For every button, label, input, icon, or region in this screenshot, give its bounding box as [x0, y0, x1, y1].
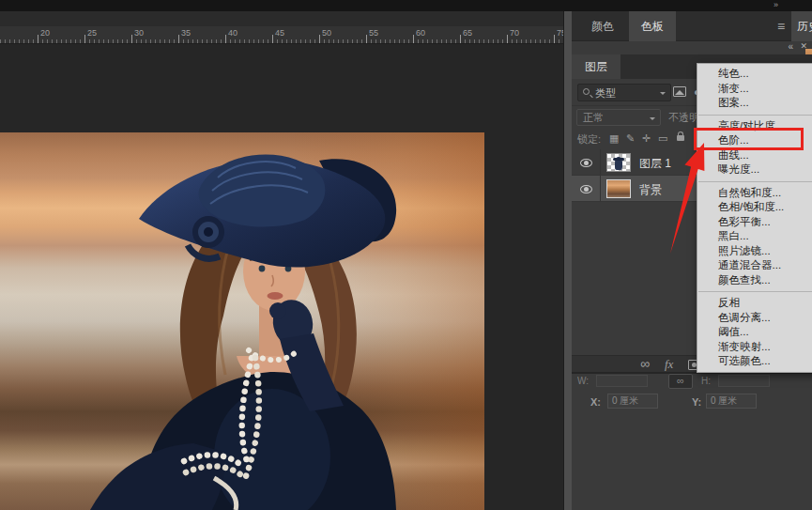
layer-style-fx-icon[interactable]: fx — [665, 357, 673, 372]
blend-mode-select[interactable]: 正常 — [576, 109, 661, 126]
options-bar — [0, 11, 563, 26]
panel-group-header: « ✕ — [572, 41, 812, 54]
properties-xy-row: X: 0 厘米 Y: 0 厘米 — [572, 390, 812, 415]
menu-item-threshold[interactable]: 阈值... — [697, 325, 812, 340]
width-label: W: — [577, 376, 589, 386]
tab-swatches[interactable]: 色板 — [629, 11, 676, 41]
collapse-panel-icon[interactable]: « — [788, 41, 791, 52]
menu-item-gradient[interactable]: 渐变... — [697, 82, 812, 97]
horizontal-ruler: 20 25 30 35 40 45 50 55 60 65 70 75 — [0, 26, 563, 44]
menu-item-selective-color[interactable]: 可选颜色... — [697, 354, 812, 369]
menu-item-invert[interactable]: 反相 — [697, 296, 812, 311]
document-area: 20 25 30 35 40 45 50 55 60 65 70 75 — [0, 11, 563, 510]
layer-figure — [615, 157, 622, 170]
filter-pixel-layers-icon[interactable] — [673, 86, 686, 97]
visibility-eye-icon[interactable] — [580, 185, 592, 193]
divider — [600, 176, 601, 201]
link-wh-icon[interactable]: ∞ — [668, 374, 693, 389]
color-panel-tabbar: 颜色 色板 ≡ 历史 — [572, 11, 812, 41]
menu-item-pattern[interactable]: 图案... — [697, 96, 812, 111]
panel-divider[interactable] — [563, 11, 572, 510]
link-layers-icon[interactable]: ∞ — [640, 356, 650, 371]
ruler-number: 60 — [416, 28, 425, 38]
ruler-number: 40 — [228, 28, 237, 38]
y-label: Y: — [692, 396, 701, 408]
height-field[interactable] — [718, 375, 770, 387]
divider — [600, 149, 601, 175]
title-strip: » — [0, 0, 812, 11]
ruler-number: 65 — [463, 28, 472, 38]
tab-color[interactable]: 颜色 — [579, 11, 626, 41]
ruler-number: 55 — [369, 28, 378, 38]
menu-separator — [698, 115, 812, 116]
filter-kind-label: 类型 — [595, 85, 616, 101]
tab-layers[interactable]: 图层 — [572, 54, 620, 79]
layer-filter-select[interactable]: 类型 — [577, 84, 671, 101]
photoshop-window: { "window": { "top_chevrons": "»" }, "ru… — [0, 0, 812, 510]
properties-wh-row: W: ∞ H: — [572, 374, 812, 390]
height-label: H: — [701, 376, 711, 386]
canvas-photo[interactable] — [0, 132, 484, 510]
tab-history[interactable]: 历史 — [791, 11, 812, 41]
ruler-number: 20 — [40, 28, 50, 38]
ruler-number: 45 — [275, 28, 284, 38]
panel-menu-icon[interactable]: ≡ — [777, 19, 785, 34]
opacity-label: 不透明度: — [668, 111, 697, 125]
ruler-number: 50 — [322, 28, 331, 38]
menu-item-solid-color[interactable]: 纯色... — [697, 67, 812, 82]
layer-thumbnail[interactable] — [606, 179, 631, 198]
blend-mode-value: 正常 — [583, 112, 604, 123]
ruler-number: 25 — [87, 28, 97, 38]
ruler-major-ticks — [38, 35, 563, 43]
red-arrow-annotation — [657, 136, 723, 263]
lock-label: 锁定: — [577, 132, 601, 147]
menu-item-color-lookup[interactable]: 颜色查找... — [697, 273, 812, 288]
lock-transparency-icon[interactable]: ▦ — [609, 132, 619, 145]
ruler-number: 70 — [510, 28, 519, 38]
visibility-eye-icon[interactable] — [580, 159, 592, 167]
chevron-down-icon — [660, 92, 666, 98]
x-field[interactable]: 0 厘米 — [607, 394, 658, 409]
layer-thumbnail[interactable] — [606, 153, 631, 172]
x-label: X: — [590, 396, 601, 408]
ruler-number: 30 — [134, 28, 144, 38]
menu-item-gradient-map[interactable]: 渐变映射... — [697, 340, 812, 355]
width-field[interactable] — [596, 375, 648, 387]
search-icon — [583, 88, 590, 95]
chevron-down-icon — [650, 117, 655, 123]
ruler-number: 35 — [181, 28, 191, 38]
lock-position-icon[interactable]: ✛ — [642, 132, 651, 145]
collapse-panels-icon[interactable]: » — [774, 0, 777, 9]
menu-item-posterize[interactable]: 色调分离... — [697, 311, 812, 326]
y-field[interactable]: 0 厘米 — [706, 394, 757, 409]
lock-pixels-icon[interactable]: ✎ — [626, 132, 635, 145]
menu-separator — [698, 291, 812, 292]
photo-illustration — [0, 132, 484, 510]
